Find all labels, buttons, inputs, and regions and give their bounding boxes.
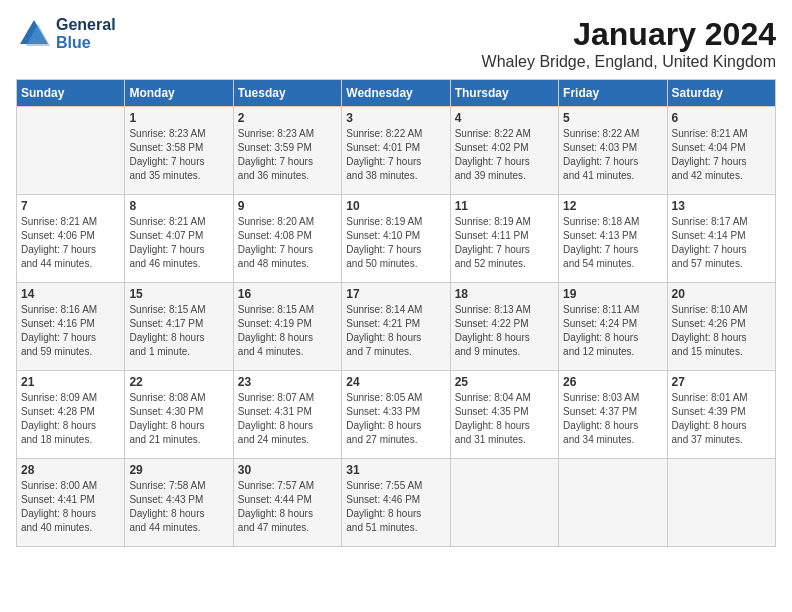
day-info: Sunrise: 8:19 AM Sunset: 4:11 PM Dayligh… bbox=[455, 215, 554, 271]
day-info: Sunrise: 8:07 AM Sunset: 4:31 PM Dayligh… bbox=[238, 391, 337, 447]
calendar-week-row: 14Sunrise: 8:16 AM Sunset: 4:16 PM Dayli… bbox=[17, 283, 776, 371]
day-number: 3 bbox=[346, 111, 445, 125]
day-number: 29 bbox=[129, 463, 228, 477]
calendar-cell: 20Sunrise: 8:10 AM Sunset: 4:26 PM Dayli… bbox=[667, 283, 775, 371]
calendar-cell: 5Sunrise: 8:22 AM Sunset: 4:03 PM Daylig… bbox=[559, 107, 667, 195]
day-number: 14 bbox=[21, 287, 120, 301]
calendar-cell: 22Sunrise: 8:08 AM Sunset: 4:30 PM Dayli… bbox=[125, 371, 233, 459]
day-info: Sunrise: 8:15 AM Sunset: 4:17 PM Dayligh… bbox=[129, 303, 228, 359]
day-info: Sunrise: 8:22 AM Sunset: 4:01 PM Dayligh… bbox=[346, 127, 445, 183]
day-info: Sunrise: 8:00 AM Sunset: 4:41 PM Dayligh… bbox=[21, 479, 120, 535]
day-info: Sunrise: 8:20 AM Sunset: 4:08 PM Dayligh… bbox=[238, 215, 337, 271]
day-number: 17 bbox=[346, 287, 445, 301]
calendar-cell: 19Sunrise: 8:11 AM Sunset: 4:24 PM Dayli… bbox=[559, 283, 667, 371]
header-cell-sunday: Sunday bbox=[17, 80, 125, 107]
day-number: 11 bbox=[455, 199, 554, 213]
calendar-cell: 6Sunrise: 8:21 AM Sunset: 4:04 PM Daylig… bbox=[667, 107, 775, 195]
day-info: Sunrise: 8:18 AM Sunset: 4:13 PM Dayligh… bbox=[563, 215, 662, 271]
calendar-cell: 24Sunrise: 8:05 AM Sunset: 4:33 PM Dayli… bbox=[342, 371, 450, 459]
day-number: 16 bbox=[238, 287, 337, 301]
header-cell-thursday: Thursday bbox=[450, 80, 558, 107]
calendar-cell: 3Sunrise: 8:22 AM Sunset: 4:01 PM Daylig… bbox=[342, 107, 450, 195]
day-info: Sunrise: 8:11 AM Sunset: 4:24 PM Dayligh… bbox=[563, 303, 662, 359]
header-cell-friday: Friday bbox=[559, 80, 667, 107]
day-info: Sunrise: 8:13 AM Sunset: 4:22 PM Dayligh… bbox=[455, 303, 554, 359]
calendar-cell: 14Sunrise: 8:16 AM Sunset: 4:16 PM Dayli… bbox=[17, 283, 125, 371]
day-number: 30 bbox=[238, 463, 337, 477]
calendar-table: SundayMondayTuesdayWednesdayThursdayFrid… bbox=[16, 79, 776, 547]
header-cell-monday: Monday bbox=[125, 80, 233, 107]
calendar-cell: 11Sunrise: 8:19 AM Sunset: 4:11 PM Dayli… bbox=[450, 195, 558, 283]
day-number: 7 bbox=[21, 199, 120, 213]
header-cell-tuesday: Tuesday bbox=[233, 80, 341, 107]
day-info: Sunrise: 8:21 AM Sunset: 4:06 PM Dayligh… bbox=[21, 215, 120, 271]
day-number: 18 bbox=[455, 287, 554, 301]
day-info: Sunrise: 8:03 AM Sunset: 4:37 PM Dayligh… bbox=[563, 391, 662, 447]
day-info: Sunrise: 8:01 AM Sunset: 4:39 PM Dayligh… bbox=[672, 391, 771, 447]
header-cell-wednesday: Wednesday bbox=[342, 80, 450, 107]
day-info: Sunrise: 8:09 AM Sunset: 4:28 PM Dayligh… bbox=[21, 391, 120, 447]
title-section: January 2024 Whaley Bridge, England, Uni… bbox=[482, 16, 776, 71]
calendar-cell: 12Sunrise: 8:18 AM Sunset: 4:13 PM Dayli… bbox=[559, 195, 667, 283]
logo-text: General Blue bbox=[56, 16, 116, 52]
calendar-cell: 26Sunrise: 8:03 AM Sunset: 4:37 PM Dayli… bbox=[559, 371, 667, 459]
day-info: Sunrise: 8:19 AM Sunset: 4:10 PM Dayligh… bbox=[346, 215, 445, 271]
calendar-cell: 31Sunrise: 7:55 AM Sunset: 4:46 PM Dayli… bbox=[342, 459, 450, 547]
day-number: 26 bbox=[563, 375, 662, 389]
calendar-cell bbox=[17, 107, 125, 195]
header: General Blue January 2024 Whaley Bridge,… bbox=[16, 16, 776, 71]
calendar-cell: 13Sunrise: 8:17 AM Sunset: 4:14 PM Dayli… bbox=[667, 195, 775, 283]
day-info: Sunrise: 8:15 AM Sunset: 4:19 PM Dayligh… bbox=[238, 303, 337, 359]
calendar-cell: 7Sunrise: 8:21 AM Sunset: 4:06 PM Daylig… bbox=[17, 195, 125, 283]
day-number: 22 bbox=[129, 375, 228, 389]
calendar-cell: 16Sunrise: 8:15 AM Sunset: 4:19 PM Dayli… bbox=[233, 283, 341, 371]
day-info: Sunrise: 7:55 AM Sunset: 4:46 PM Dayligh… bbox=[346, 479, 445, 535]
calendar-cell: 17Sunrise: 8:14 AM Sunset: 4:21 PM Dayli… bbox=[342, 283, 450, 371]
day-number: 28 bbox=[21, 463, 120, 477]
calendar-week-row: 1Sunrise: 8:23 AM Sunset: 3:58 PM Daylig… bbox=[17, 107, 776, 195]
day-number: 9 bbox=[238, 199, 337, 213]
logo: General Blue bbox=[16, 16, 116, 52]
calendar-cell: 23Sunrise: 8:07 AM Sunset: 4:31 PM Dayli… bbox=[233, 371, 341, 459]
calendar-cell: 18Sunrise: 8:13 AM Sunset: 4:22 PM Dayli… bbox=[450, 283, 558, 371]
day-info: Sunrise: 8:22 AM Sunset: 4:03 PM Dayligh… bbox=[563, 127, 662, 183]
calendar-cell: 25Sunrise: 8:04 AM Sunset: 4:35 PM Dayli… bbox=[450, 371, 558, 459]
day-info: Sunrise: 8:17 AM Sunset: 4:14 PM Dayligh… bbox=[672, 215, 771, 271]
day-number: 10 bbox=[346, 199, 445, 213]
day-number: 5 bbox=[563, 111, 662, 125]
day-number: 2 bbox=[238, 111, 337, 125]
day-info: Sunrise: 7:57 AM Sunset: 4:44 PM Dayligh… bbox=[238, 479, 337, 535]
day-info: Sunrise: 8:05 AM Sunset: 4:33 PM Dayligh… bbox=[346, 391, 445, 447]
logo-icon bbox=[16, 16, 52, 52]
day-number: 8 bbox=[129, 199, 228, 213]
calendar-cell: 1Sunrise: 8:23 AM Sunset: 3:58 PM Daylig… bbox=[125, 107, 233, 195]
calendar-cell: 29Sunrise: 7:58 AM Sunset: 4:43 PM Dayli… bbox=[125, 459, 233, 547]
day-number: 27 bbox=[672, 375, 771, 389]
calendar-cell bbox=[559, 459, 667, 547]
day-info: Sunrise: 8:23 AM Sunset: 3:58 PM Dayligh… bbox=[129, 127, 228, 183]
day-number: 1 bbox=[129, 111, 228, 125]
calendar-cell: 9Sunrise: 8:20 AM Sunset: 4:08 PM Daylig… bbox=[233, 195, 341, 283]
day-info: Sunrise: 8:14 AM Sunset: 4:21 PM Dayligh… bbox=[346, 303, 445, 359]
day-info: Sunrise: 8:10 AM Sunset: 4:26 PM Dayligh… bbox=[672, 303, 771, 359]
calendar-cell: 28Sunrise: 8:00 AM Sunset: 4:41 PM Dayli… bbox=[17, 459, 125, 547]
day-info: Sunrise: 8:21 AM Sunset: 4:04 PM Dayligh… bbox=[672, 127, 771, 183]
day-number: 21 bbox=[21, 375, 120, 389]
calendar-cell: 27Sunrise: 8:01 AM Sunset: 4:39 PM Dayli… bbox=[667, 371, 775, 459]
day-info: Sunrise: 8:08 AM Sunset: 4:30 PM Dayligh… bbox=[129, 391, 228, 447]
day-info: Sunrise: 7:58 AM Sunset: 4:43 PM Dayligh… bbox=[129, 479, 228, 535]
calendar-subtitle: Whaley Bridge, England, United Kingdom bbox=[482, 53, 776, 71]
calendar-cell: 30Sunrise: 7:57 AM Sunset: 4:44 PM Dayli… bbox=[233, 459, 341, 547]
day-number: 31 bbox=[346, 463, 445, 477]
calendar-cell: 4Sunrise: 8:22 AM Sunset: 4:02 PM Daylig… bbox=[450, 107, 558, 195]
calendar-week-row: 21Sunrise: 8:09 AM Sunset: 4:28 PM Dayli… bbox=[17, 371, 776, 459]
day-number: 13 bbox=[672, 199, 771, 213]
day-number: 4 bbox=[455, 111, 554, 125]
day-number: 12 bbox=[563, 199, 662, 213]
calendar-week-row: 28Sunrise: 8:00 AM Sunset: 4:41 PM Dayli… bbox=[17, 459, 776, 547]
calendar-cell bbox=[450, 459, 558, 547]
day-info: Sunrise: 8:22 AM Sunset: 4:02 PM Dayligh… bbox=[455, 127, 554, 183]
day-number: 23 bbox=[238, 375, 337, 389]
calendar-week-row: 7Sunrise: 8:21 AM Sunset: 4:06 PM Daylig… bbox=[17, 195, 776, 283]
day-number: 20 bbox=[672, 287, 771, 301]
